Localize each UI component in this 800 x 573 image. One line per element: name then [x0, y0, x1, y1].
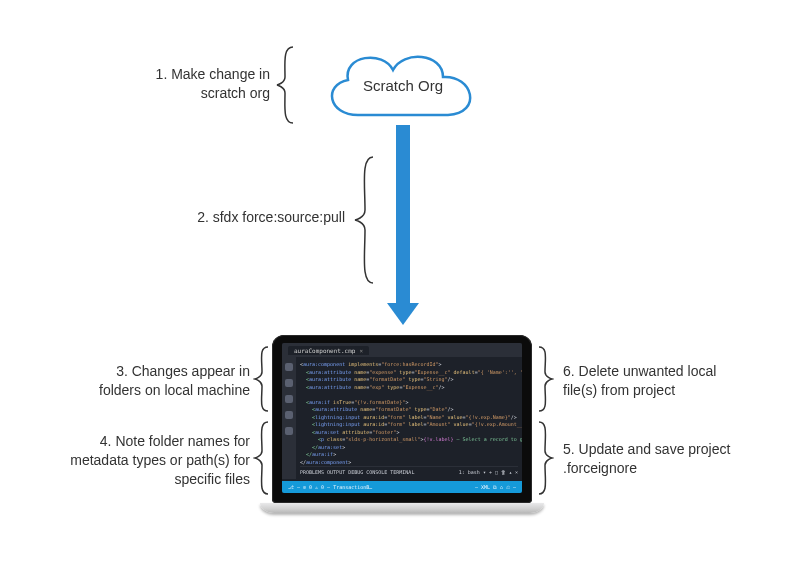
arrow-head-icon	[387, 303, 419, 325]
extensions-icon	[285, 427, 293, 435]
editor-titlebar: auraComponent.cmp×	[282, 343, 522, 357]
arrow-down	[391, 125, 415, 325]
arrow-shaft	[396, 125, 410, 307]
laptop-base	[260, 503, 544, 513]
laptop-bezel: auraComponent.cmp× <aura:component imple…	[272, 335, 532, 503]
cloud-scratch-org: Scratch Org	[313, 35, 493, 135]
step-1-label: 1. Make change in scratch org	[120, 65, 270, 103]
brace-step-5	[536, 420, 554, 496]
laptop: auraComponent.cmp× <aura:component imple…	[272, 335, 532, 513]
editor-code: <aura:component implements="force:hasRec…	[300, 361, 518, 466]
step-3-label: 3. Changes appear in folders on local ma…	[80, 362, 250, 400]
close-icon: ×	[359, 347, 363, 354]
brace-step-3	[253, 345, 271, 413]
debug-icon	[285, 411, 293, 419]
step-2-label: 2. sfdx force:source:pull	[145, 208, 345, 227]
editor-tab: auraComponent.cmp×	[288, 346, 369, 355]
step-4-label: 4. Note folder names for metadata types …	[68, 432, 250, 489]
editor-screen: auraComponent.cmp× <aura:component imple…	[282, 343, 522, 493]
panel-tabs-right: 1: bash ▾ + □ 🗑 ▴ ×	[459, 469, 518, 475]
panel-tabs-left: PROBLEMS OUTPUT DEBUG CONSOLE TERMINAL	[300, 469, 414, 475]
editor-statusbar: ⎇ — ⊘ 0 ⚠ 0 — TransactionB… — XML ⧉ ⌂ ⎌ …	[282, 481, 522, 493]
search-icon	[285, 379, 293, 387]
step-6-label: 6. Delete unwanted local file(s) from pr…	[563, 362, 753, 400]
git-icon	[285, 395, 293, 403]
editor-panel-tabs: PROBLEMS OUTPUT DEBUG CONSOLE TERMINAL 1…	[300, 466, 518, 475]
brace-step-2	[353, 155, 377, 285]
status-right: — XML ⧉ ⌂ ⎌ —	[475, 484, 516, 491]
status-left: ⎇ — ⊘ 0 ⚠ 0 — TransactionB…	[288, 484, 372, 490]
diagram-stage: Scratch Org 1. Make change in scratch or…	[0, 0, 800, 573]
brace-step-1	[275, 45, 297, 125]
brace-step-6	[536, 345, 554, 413]
cloud-label: Scratch Org	[313, 35, 493, 135]
files-icon	[285, 363, 293, 371]
brace-step-4	[253, 420, 271, 496]
step-5-label: 5. Update and save project .forceignore	[563, 440, 763, 478]
editor-activitybar	[282, 357, 296, 479]
editor-tab-label: auraComponent.cmp	[294, 347, 355, 354]
